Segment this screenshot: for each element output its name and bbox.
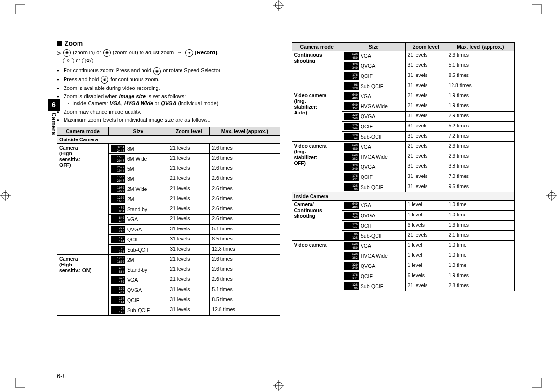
size-label: VGA [361,93,371,99]
resolution-chip-icon: 1200 1600 [111,195,125,203]
size-cell: 320 240QVGA [342,162,405,172]
size-cell: 320 240QVGA [342,112,405,122]
max-cell: 12.8 times [210,305,280,315]
arrow-icon: → [177,50,182,55]
size-label: QVGA [361,164,375,170]
max-cell: 1.0 time [446,241,515,251]
size-label: 8M [127,146,134,152]
size-label: VGA [361,53,371,59]
subhead-outside: Outside Camera [57,135,280,143]
resolution-chip-icon: 3264 2448 [111,145,125,152]
record-label: [Record] [195,50,217,55]
zoom-cell: 21 levels [168,254,210,265]
zoom-cell: 31 levels [405,182,446,192]
col-max: Max. level (approx.) [446,43,515,51]
zoom-cell: 21 levels [168,164,210,174]
size-cell: 640 480VGA [109,214,168,224]
size-cell: 640 480VGA [109,275,168,285]
resolution-chip-icon: 640 480 [111,215,125,223]
resolution-chip-icon: 640 480 [344,92,359,100]
crop-mark-icon [532,0,546,14]
zoom-cell: 21 levels [405,231,446,241]
resolution-chip-icon: 320 240 [344,62,359,70]
max-cell: 7.2 times [446,132,515,142]
list-item: Zoom is disabled when Image size is set … [57,93,280,107]
list-item: Zoom is available during video recording… [57,85,280,92]
zoom-cell: 21 levels [168,174,210,184]
zoom-cell: 31 levels [168,224,210,234]
nav-left-icon: ◉ [63,49,71,57]
max-cell: 2.6 times [210,194,280,204]
max-cell: 1.0 time [446,251,515,261]
size-cell: 96 128Sub-QCIF [109,305,168,315]
max-cell: 2.6 times [446,152,515,162]
zoom-cell: 31 levels [405,122,446,132]
zoom-cell: 6 levels [405,221,446,231]
size-cell: 320 240QVGA [342,61,405,71]
size-label: 2M Wide [127,186,147,192]
page-number: 6-8 [57,372,66,379]
mode-cell: Video camera (Img. stabilizer: Auto) [292,91,342,142]
size-cell: 128 96Sub-QCIF [342,281,405,291]
resolution-chip-icon: 176 144 [344,272,359,280]
zoom-cell: 31 levels [405,132,446,142]
right-column: Camera mode Size Zoom level Max. level (… [292,39,515,316]
max-cell: 2.6 times [446,51,515,61]
size-cell: 96 128Sub-QCIF [109,244,168,254]
crop-mark-icon [532,378,546,392]
max-cell: 12.8 times [446,81,515,91]
max-cell: 2.9 times [446,112,515,122]
left-column: Zoom > ◉ (zoom in) or ◉ (zoom out) to ad… [57,39,280,316]
size-label: QVGA [361,114,375,119]
resolution-chip-icon: 320 240 [344,262,359,270]
size-label: QVGA [361,263,375,269]
resolution-chip-icon: 320 240 [344,163,359,171]
zoom-cell: 1 level [405,201,446,211]
resolution-chip-icon: 480 854 [111,266,125,274]
resolution-chip-icon: 640 480 [344,202,359,209]
resolution-chip-icon: 96 128 [111,306,125,314]
size-cell: 3264 24488M [109,143,168,153]
size-label: Stand-by [127,206,147,212]
max-cell: 8.5 times [210,234,280,244]
resolution-chip-icon: 176 144 [111,236,125,243]
size-cell: 640 480VGA [342,51,405,61]
size-cell: 176 144QCIF [342,221,405,231]
step-text: (zoom out) to adjust zoom [113,50,174,55]
max-cell: 8.5 times [446,71,515,81]
size-label: Sub-QCIF [127,247,150,253]
size-cell: 640 352HVGA Wide [342,101,405,112]
resolution-chip-icon: 128 96 [344,133,359,140]
mode-cell: Video camera [292,241,342,291]
size-label: Stand-by [127,267,147,273]
size-cell: 176 144QCIF [342,271,405,281]
size-cell: 128 96Sub-QCIF [342,182,405,192]
key-zero-icon: 0 [63,58,74,63]
max-cell: 5.1 times [446,61,515,71]
size-label: 2M [127,257,134,263]
size-label: VGA [361,243,371,249]
zoom-cell: 31 levels [405,71,446,81]
resolution-chip-icon: 1200 1600 [111,256,125,264]
resolution-chip-icon: 2592 1944 [111,165,125,173]
size-label: Sub-QCIF [361,184,383,190]
size-label: QCIF [127,297,139,303]
resolution-chip-icon: 640 480 [344,52,359,60]
resolution-chip-icon: 320 240 [111,286,125,294]
max-cell: 2.6 times [210,164,280,174]
max-cell: 2.6 times [210,275,280,285]
size-label: VGA [127,216,138,222]
zoom-cell: 21 levels [168,194,210,204]
zoom-cell: 6 levels [405,271,446,281]
size-label: QCIF [361,73,373,79]
zoom-cell: 31 levels [405,162,446,172]
max-cell: 2.6 times [210,184,280,194]
mode-cell: Camera (High sensitiv.: ON) [57,254,109,315]
step-text: (zoom in) or [73,50,101,55]
max-cell: 2.6 times [210,204,280,214]
zoom-cell: 21 levels [168,143,210,153]
size-cell: 1200 16002M [109,194,168,204]
step-line: > ◉ (zoom in) or ◉ (zoom out) to adjust … [57,49,280,64]
size-cell: 1536 20486M Wide [109,153,168,164]
table-row: Video camera (Img. stabilizer: Auto)640 … [292,91,515,101]
